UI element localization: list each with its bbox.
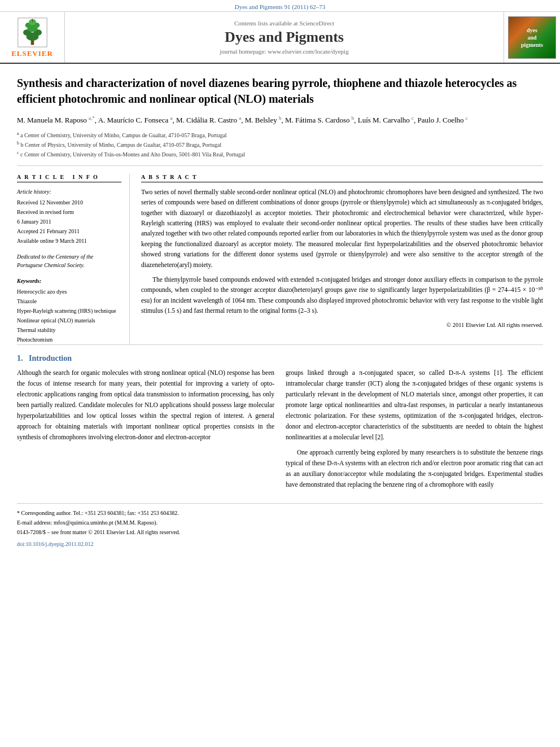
sciencedirect-link[interactable]: Contents lists available at ScienceDirec… xyxy=(234,20,334,27)
keywords-label: Keywords: xyxy=(17,276,121,286)
intro-title: 1. Introduction xyxy=(17,354,543,363)
journal-header: ELSEVIER Contents lists available at Sci… xyxy=(0,12,560,64)
section-number: 1. xyxy=(17,354,23,362)
journal-homepage: journal homepage: www.elsevier.com/locat… xyxy=(220,48,348,55)
abstract-column: A B S T R A C T Two series of novel ther… xyxy=(141,174,543,344)
elsevier-brand-text: ELSEVIER xyxy=(11,49,53,58)
doi-note: doi:10.1016/j.dyepig.2011.02.012 xyxy=(17,539,543,549)
keyword-1: Heterocyclic azo dyes xyxy=(17,287,121,296)
journal-reference-bar: Dyes and Pigments 91 (2011) 62–73 xyxy=(0,0,560,12)
intro-right-col: groups linked through a π-conjugated spa… xyxy=(286,368,543,495)
dedication: Dedicated to the Centenary of thePortugu… xyxy=(17,252,121,269)
keyword-6: Photochromism xyxy=(17,335,121,344)
dyes-pigments-logo-area: dyesandpigments xyxy=(504,12,560,63)
accepted-date: Accepted 21 February 2011 xyxy=(17,228,80,234)
intro-two-col: Although the search for organic molecule… xyxy=(17,368,543,495)
abstract-paragraph-1: Two series of novel thermally stable sec… xyxy=(141,187,543,270)
email-note: E-mail address: mfox@quimica.uminho.pt (… xyxy=(17,518,543,527)
main-content: Synthesis and characterization of novel … xyxy=(0,64,560,549)
intro-left-para1: Although the search for organic molecule… xyxy=(17,368,274,443)
dyes-pigments-logo: dyesandpigments xyxy=(508,16,556,59)
abstract-label: A B S T R A C T xyxy=(141,174,543,182)
article-info-label: A R T I C L E I N F O xyxy=(17,174,121,182)
section-divider xyxy=(17,344,543,345)
introduction-section: 1. Introduction Although the search for … xyxy=(17,354,543,495)
journal-reference: Dyes and Pigments 91 (2011) 62–73 xyxy=(235,3,326,10)
keyword-5: Thermal stability xyxy=(17,325,121,335)
journal-title-header: Dyes and Pigments xyxy=(225,29,344,46)
article-title-section: Synthesis and characterization of novel … xyxy=(17,64,543,166)
received-date: Received 12 November 2010 xyxy=(17,199,83,206)
history-label: Article history: xyxy=(17,187,121,196)
affiliations: a a Center of Chemistry, University of M… xyxy=(17,130,543,160)
intro-right-para1: groups linked through a π-conjugated spa… xyxy=(286,368,543,443)
abstract-text: Two series of novel thermally stable sec… xyxy=(141,187,543,330)
page-wrapper: Dyes and Pigments 91 (2011) 62–73 xyxy=(0,0,560,549)
revised-label: Received in revised form xyxy=(17,209,74,215)
issn-note: 0143-7208/$ – see front matter © 2011 El… xyxy=(17,527,543,537)
elsevier-logo-area: ELSEVIER xyxy=(0,12,65,63)
available-date: Available online 9 March 2011 xyxy=(17,238,87,244)
keyword-2: Thiazole xyxy=(17,296,121,306)
journal-title-area: Contents lists available at ScienceDirec… xyxy=(65,12,504,63)
authors-line: M. Manuela M. Raposo a,*, A. Maurício C.… xyxy=(17,115,543,126)
article-history: Article history: Received 12 November 20… xyxy=(17,187,121,246)
keywords-section: Keywords: Heterocyclic azo dyes Thiazole… xyxy=(17,276,121,344)
keyword-4: Nonlinear optical (NLO) materials xyxy=(17,316,121,325)
corresponding-author-note: * Corresponding author. Tel.: +351 253 6… xyxy=(17,508,543,518)
elsevier-tree-icon xyxy=(17,17,48,48)
keyword-3: Hyper-Rayleigh scattering (HRS) techniqu… xyxy=(17,306,121,316)
elsevier-logo: ELSEVIER xyxy=(11,17,53,58)
intro-left-col: Although the search for organic molecule… xyxy=(17,368,274,495)
article-info-column: A R T I C L E I N F O Article history: R… xyxy=(17,174,130,344)
dyes-pigments-logo-text: dyesandpigments xyxy=(521,27,543,49)
revised-date: 6 January 2011 xyxy=(17,219,51,225)
copyright-notice: © 2011 Elsevier Ltd. All rights reserved… xyxy=(141,321,543,330)
section-title: Introduction xyxy=(29,354,72,362)
footnotes: * Corresponding author. Tel.: +351 253 6… xyxy=(17,503,543,549)
intro-right-para2: One approach currently being explored by… xyxy=(286,447,543,490)
abstract-paragraph-2: The thienylpyrrole based compounds endow… xyxy=(141,274,543,316)
article-title: Synthesis and characterization of novel … xyxy=(17,75,543,107)
article-info-abstract-section: A R T I C L E I N F O Article history: R… xyxy=(17,174,543,344)
